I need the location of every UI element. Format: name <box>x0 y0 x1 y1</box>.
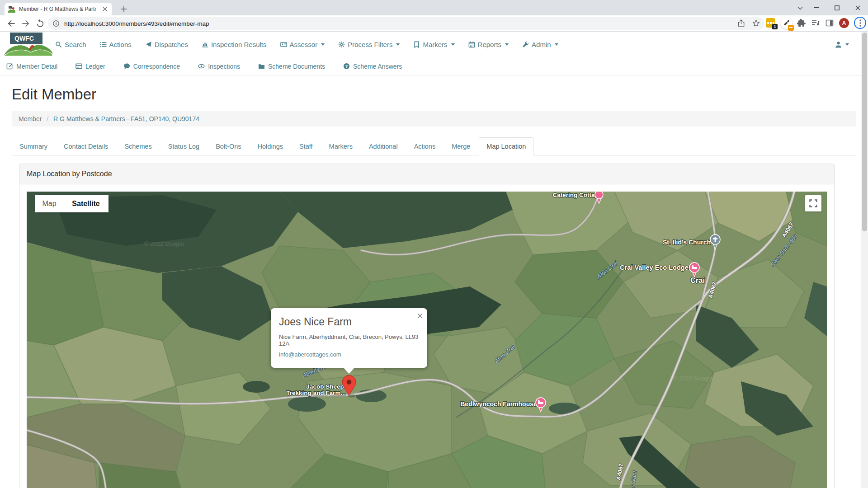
list-icon <box>100 41 107 48</box>
window-minimize-button[interactable] <box>806 0 826 15</box>
subnav-member-detail[interactable]: Member Detail <box>6 63 57 70</box>
nav-item-search[interactable]: Search <box>55 41 86 48</box>
nav-item-assessor[interactable]: Assessor <box>280 41 325 48</box>
tab-bolt-ons[interactable]: Bolt-Ons <box>208 137 249 155</box>
map-label-st-ilids-church[interactable]: St. Ilid's Church <box>663 239 711 246</box>
map-label-crai-valley-eco-lodges[interactable]: Crai Valley Eco Lodges <box>620 264 692 271</box>
forward-button[interactable] <box>21 19 31 28</box>
google-map[interactable]: © 2022 Google © 2022 Google Catering Cot… <box>27 192 827 488</box>
tab-status-log[interactable]: Status Log <box>160 137 207 155</box>
gear-icon <box>338 41 345 48</box>
back-button[interactable] <box>6 19 16 28</box>
playlist-extension-icon[interactable] <box>811 19 820 28</box>
chrome-menu-icon[interactable] <box>854 17 866 29</box>
map-panel: Map Location by Postcode <box>19 164 835 488</box>
edit-icon <box>6 63 13 70</box>
nav-item-reports[interactable]: Reports <box>468 41 509 48</box>
chevron-down-icon <box>451 43 455 46</box>
colorpicker-badge-icon <box>788 25 794 31</box>
new-tab-button[interactable] <box>118 4 129 14</box>
nav-label: Assessor <box>290 41 318 48</box>
map-label-bedlwyncoch[interactable]: Bedlwyncoch Farmhouse <box>460 400 537 408</box>
send-icon <box>145 41 152 48</box>
chevron-down-icon <box>555 43 558 46</box>
browser-tab[interactable]: Member - R G Matthews & Partn <box>5 3 112 15</box>
chevron-down-icon <box>321 43 325 46</box>
search-icon <box>55 41 62 48</box>
app-navbar: QWFC Search Actions Dispatches <box>0 32 868 57</box>
nav-item-inspection-results[interactable]: Inspection Results <box>202 41 267 48</box>
map-label-crai[interactable]: Crai <box>690 276 705 284</box>
info-window-close-icon[interactable] <box>416 312 424 320</box>
tab-contact-details[interactable]: Contact Details <box>56 137 116 155</box>
nav-label: Admin <box>532 41 551 48</box>
reload-button[interactable] <box>35 19 45 28</box>
watermark-text: © 2022 Google <box>144 240 184 247</box>
tab-additional[interactable]: Additional <box>361 137 406 155</box>
page-title: Edit Member <box>12 86 856 103</box>
info-window-title: Joes Nice Farm <box>279 316 419 328</box>
extensions-puzzle-icon[interactable] <box>797 19 806 28</box>
tab-search-chevron-icon[interactable] <box>795 3 806 14</box>
nav-item-dispatches[interactable]: Dispatches <box>145 41 188 48</box>
notes-extension-icon[interactable]: 1 <box>766 18 775 28</box>
site-info-icon[interactable] <box>52 20 60 27</box>
scrollbar-thumb[interactable] <box>862 33 867 231</box>
bookmark-star-icon[interactable] <box>752 19 760 28</box>
tab-map-location[interactable]: Map Location <box>479 137 533 155</box>
subnav-ledger[interactable]: Ledger <box>75 63 105 70</box>
map-label-jacob-sheep-line1[interactable]: Jacob Sheep <box>306 383 344 390</box>
site-favicon-icon <box>8 5 15 13</box>
profile-avatar[interactable]: A <box>839 18 849 28</box>
breadcrumb-member-link[interactable]: R G Matthews & Partners - FA51, OP140, Q… <box>53 115 199 122</box>
subnav-label: Correspondence <box>133 63 180 70</box>
tab-markers[interactable]: Markers <box>321 137 360 155</box>
extension-badge: 1 <box>772 24 778 29</box>
subnav-scheme-documents[interactable]: Scheme Documents <box>258 63 325 70</box>
ledger-card-icon <box>75 63 82 70</box>
user-menu[interactable] <box>835 32 849 57</box>
breadcrumb-root: Member <box>19 115 42 122</box>
nav-label: Dispatches <box>155 41 188 48</box>
tab-holdings[interactable]: Holdings <box>250 137 291 155</box>
folder-icon <box>258 63 265 70</box>
panel-title: Map Location by Postcode <box>19 164 834 184</box>
subnav-inspections[interactable]: Inspections <box>198 63 240 70</box>
nav-item-admin[interactable]: Admin <box>522 41 558 48</box>
side-panel-icon[interactable] <box>825 19 834 28</box>
address-bar[interactable]: http://localhost:3000/members/493/edit#m… <box>48 17 764 30</box>
tab-merge[interactable]: Merge <box>444 137 478 155</box>
subnav-label: Scheme Documents <box>268 63 325 70</box>
tab-staff[interactable]: Staff <box>292 137 321 155</box>
bookmark-icon <box>413 41 420 48</box>
nav-item-actions[interactable]: Actions <box>100 41 132 48</box>
tab-schemes[interactable]: Schemes <box>117 137 159 155</box>
subnav-scheme-answers[interactable]: ? Scheme Answers <box>343 63 402 70</box>
share-icon[interactable] <box>737 19 745 28</box>
nav-label: Actions <box>109 41 132 48</box>
tab-summary[interactable]: Summary <box>12 137 55 155</box>
map-view-button[interactable]: Map <box>35 195 63 212</box>
info-window: Joes Nice Farm Nice Farm, Aberhyddnant, … <box>271 308 427 368</box>
svg-text:?: ? <box>345 64 348 69</box>
page-scrollbar[interactable] <box>861 32 868 488</box>
subnav-label: Ledger <box>85 63 105 70</box>
window-close-button[interactable] <box>847 0 868 15</box>
calendar-icon <box>468 41 475 48</box>
fullscreen-button[interactable] <box>805 195 821 211</box>
window-maximize-button[interactable] <box>826 0 847 15</box>
bar-chart-icon <box>202 41 208 48</box>
map-label-jacob-sheep-line2[interactable]: Trekking and Farm... <box>286 389 345 396</box>
info-window-email-link[interactable]: info@abercottages.com <box>279 351 341 358</box>
colorpicker-extension-icon[interactable] <box>780 17 792 29</box>
nav-item-markers[interactable]: Markers <box>413 41 454 48</box>
chevron-down-icon <box>845 43 849 46</box>
tab-actions[interactable]: Actions <box>406 137 443 155</box>
breadcrumb-separator: / <box>47 115 48 122</box>
chevron-down-icon <box>396 43 400 46</box>
nav-item-process-filters[interactable]: Process Filters <box>338 41 400 48</box>
id-card-icon <box>280 41 287 48</box>
satellite-view-button[interactable]: Satellite <box>63 195 108 212</box>
subnav-correspondence[interactable]: Correspondence <box>123 63 180 70</box>
tab-close-icon[interactable] <box>101 5 108 13</box>
